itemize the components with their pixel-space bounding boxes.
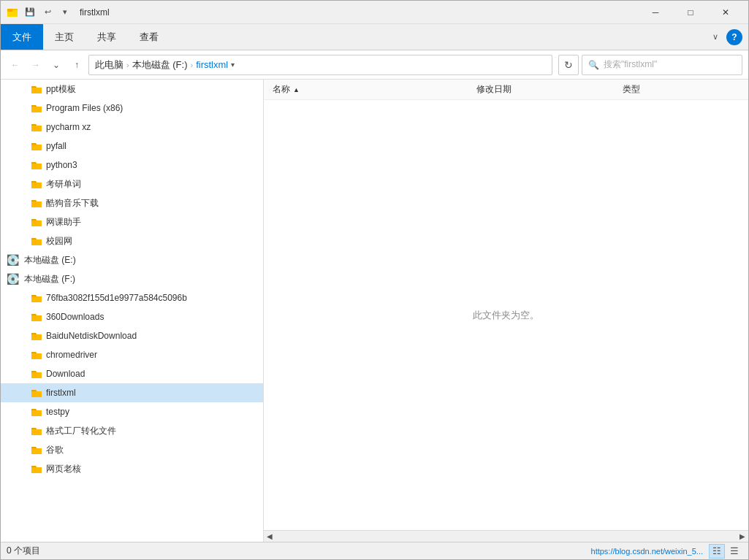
col-type-header[interactable]: 类型 (623, 83, 740, 96)
status-right: https://blog.csdn.net/weixin_5... ☷ ☰ (591, 544, 742, 559)
grid-view-button[interactable]: ☷ (709, 544, 725, 559)
refresh-button[interactable]: ↻ (558, 55, 579, 75)
quick-save-icon[interactable]: 💾 (23, 5, 37, 20)
list-view-button[interactable]: ☰ (726, 544, 742, 559)
sidebar-drive-f[interactable]: 💽 本地磁盘 (F:) (1, 269, 263, 288)
sidebar-item-firstlxml[interactable]: firstlxml (1, 383, 263, 402)
sidebar-label: 网页老核 (46, 463, 81, 475)
forward-button[interactable]: → (27, 56, 45, 74)
watermark-text: https://blog.csdn.net/weixin_5... (591, 547, 703, 556)
sidebar-label: firstlxml (46, 388, 76, 398)
tab-share[interactable]: 共享 (85, 24, 128, 50)
scroll-right-button[interactable]: ▶ (737, 531, 748, 542)
folder-icon (30, 406, 43, 418)
sidebar-item-pyfall[interactable]: pyfall (1, 137, 263, 156)
sidebar-item-testpy[interactable]: testpy (1, 402, 263, 421)
drive-label: 本地磁盘 (F:) (24, 273, 75, 285)
sidebar-item-kaoyandanci[interactable]: 考研单词 (1, 174, 263, 193)
sidebar-label: 网课助手 (46, 216, 81, 229)
back-button[interactable]: ← (7, 56, 24, 74)
sidebar-item-wangke[interactable]: 网课助手 (1, 212, 263, 231)
expand-icon (18, 368, 30, 380)
tab-home[interactable]: 主页 (43, 24, 85, 50)
search-box[interactable]: 🔍 搜索"firstlxml" (582, 55, 742, 75)
folder-icon (30, 425, 43, 437)
expand-icon (18, 425, 30, 437)
maximize-button[interactable]: □ (674, 1, 707, 24)
folder-icon (30, 368, 43, 380)
col-name-header[interactable]: 名称 ▲ (273, 83, 476, 96)
sidebar-item-python3[interactable]: python3 (1, 156, 263, 174)
sidebar-item-ppttemplate[interactable]: ppt模板 (1, 80, 263, 99)
sidebar-item-google[interactable]: 谷歌 (1, 440, 263, 459)
col-name-label: 名称 (273, 83, 290, 96)
sidebar-label: 格式工厂转化文件 (46, 425, 116, 437)
folder-icon (30, 102, 43, 114)
horizontal-scrollbar[interactable]: ◀ ▶ (264, 530, 748, 542)
folder-icon (30, 330, 43, 342)
drive-icon: 💽 (7, 254, 21, 266)
sidebar-label: 76fba3082f155d1e9977a584c5096b (46, 293, 187, 303)
content-pane: 名称 ▲ 修改日期 类型 此文件夹为空。 ◀ ▶ (264, 80, 748, 542)
folder-icon (30, 197, 43, 209)
quick-dropdown-icon[interactable]: ▾ (58, 5, 72, 20)
search-icon: 🔍 (588, 60, 599, 70)
sidebar-label: testpy (46, 407, 69, 417)
bc-current: firstlxml (196, 59, 228, 70)
nav-dropdown-button[interactable]: ⌄ (47, 56, 65, 74)
expand-icon (18, 463, 30, 475)
sidebar-item-360downloads[interactable]: 360Downloads (1, 307, 263, 326)
address-bar: ← → ⌄ ↑ 此电脑 › 本地磁盘 (F:) › firstlxml ▾ ↻ … (1, 50, 748, 80)
sidebar-item-programfilesx86[interactable]: Program Files (x86) (1, 99, 263, 118)
sidebar-item-wangyelaoke[interactable]: 网页老核 (1, 459, 263, 478)
scroll-left-button[interactable]: ◀ (264, 531, 275, 542)
bc-computer: 此电脑 (95, 58, 123, 72)
sidebar-label: pyfall (46, 141, 66, 151)
sidebar-item-pycharmxz[interactable]: pycharm xz (1, 118, 263, 137)
minimize-button[interactable]: ─ (639, 1, 672, 24)
folder-icon (30, 83, 43, 95)
address-input[interactable]: 此电脑 › 本地磁盘 (F:) › firstlxml ▾ (88, 55, 552, 75)
folder-icon (30, 140, 43, 152)
col-date-label: 修改日期 (476, 83, 512, 96)
expand-icon (18, 444, 30, 456)
window-controls: ─ □ ✕ (639, 1, 742, 24)
tab-file[interactable]: 文件 (1, 24, 43, 50)
sidebar-drive-e[interactable]: 💽 本地磁盘 (E:) (1, 250, 263, 269)
drive-icon: 💽 (7, 273, 21, 285)
sort-arrow: ▲ (293, 86, 300, 93)
help-button[interactable]: ? (726, 29, 742, 45)
tab-view[interactable]: 查看 (128, 24, 170, 50)
close-button[interactable]: ✕ (709, 1, 742, 24)
sidebar-label: ppt模板 (46, 83, 76, 96)
expand-icon (18, 216, 30, 228)
folder-icon (30, 121, 43, 133)
ribbon-expand-icon[interactable]: ∨ (707, 29, 723, 45)
sidebar-item-xiaoyuanwang[interactable]: 校园网 (1, 231, 263, 250)
quick-undo-icon[interactable]: ↩ (40, 5, 55, 20)
folder-icon (30, 235, 43, 247)
sidebar-item-chromedriver[interactable]: chromedriver (1, 345, 263, 364)
expand-icon (18, 83, 30, 95)
sidebar-item-download[interactable]: Download (1, 364, 263, 383)
expand-icon (18, 197, 30, 209)
sidebar-item-baidudisk[interactable]: BaiduNetdiskDownload (1, 326, 263, 345)
expand-icon (18, 102, 30, 114)
sidebar-item-76fba[interactable]: 76fba3082f155d1e9977a584c5096b (1, 288, 263, 307)
sidebar-label: python3 (46, 160, 77, 170)
col-type-label: 类型 (623, 83, 640, 96)
folder-icon (30, 463, 43, 475)
up-button[interactable]: ↑ (68, 56, 85, 74)
col-date-header[interactable]: 修改日期 (476, 83, 623, 96)
sidebar-item-kugou[interactable]: 酷狗音乐下载 (1, 193, 263, 212)
bc-dropdown-icon[interactable]: ▾ (231, 61, 235, 69)
sidebar-label: 考研单词 (46, 178, 81, 191)
status-bar: 0 个项目 https://blog.csdn.net/weixin_5... … (1, 542, 748, 559)
sidebar-label: chromedriver (46, 350, 97, 360)
expand-icon (18, 406, 30, 418)
scroll-track[interactable] (275, 531, 737, 542)
folder-icon (30, 311, 43, 323)
sidebar-label: pycharm xz (46, 122, 91, 132)
sidebar-item-geshigongchang[interactable]: 格式工厂转化文件 (1, 421, 263, 440)
content-body: 此文件夹为空。 (264, 100, 748, 530)
